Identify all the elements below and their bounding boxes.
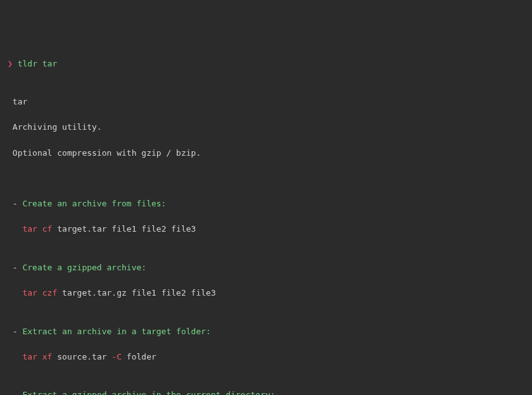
- tldr-header-desc1: Archiving utility.: [13, 122, 102, 132]
- example-args: target.tar file1 file2 file3: [57, 224, 196, 234]
- prompt-line[interactable]: ❯ tldr tar: [8, 58, 524, 70]
- example-args: source.tar: [57, 352, 111, 361]
- tldr-header-desc2: Optional compression with gzip / bzip.: [13, 148, 201, 158]
- terminal-output: ❯ tldr tar tar Archiving utility. Option…: [8, 58, 524, 395]
- example-desc: Create a gzipped archive:: [22, 263, 146, 272]
- example-postargs: folder: [122, 352, 156, 361]
- example-command-line: tar xf source.tar -C folder: [8, 351, 524, 363]
- example-command-line: tar czf target.tar.gz file1 file2 file3: [8, 287, 524, 299]
- example-flags: xf: [42, 352, 53, 361]
- example-cmd: tar: [22, 352, 37, 361]
- tldr-header-name: tar: [13, 97, 27, 106]
- example-cmd: tar: [22, 288, 37, 298]
- example-midflag: -C: [111, 352, 122, 361]
- example-desc: Extract an archive in a target folder:: [22, 327, 210, 336]
- example-desc: Create an archive from files:: [22, 199, 166, 208]
- example-flags: cf: [42, 224, 53, 234]
- example-desc: Extract a gzipped archive in the current…: [22, 390, 275, 395]
- example-desc-line: - Extract a gzipped archive in the curre…: [8, 389, 524, 395]
- example-flags: czf: [42, 288, 57, 298]
- example-cmd: tar: [22, 224, 37, 234]
- prompt-symbol: ❯: [8, 59, 13, 68]
- example-desc-line: - Create an archive from files:: [8, 198, 524, 210]
- example-args: target.tar.gz file1 file2 file3: [62, 288, 216, 298]
- example-desc-line: - Create a gzipped archive:: [8, 261, 524, 274]
- example-command-line: tar cf target.tar file1 file2 file3: [8, 223, 524, 235]
- entered-command: tldr tar: [18, 59, 58, 68]
- example-desc-line: - Extract an archive in a target folder:: [8, 325, 524, 338]
